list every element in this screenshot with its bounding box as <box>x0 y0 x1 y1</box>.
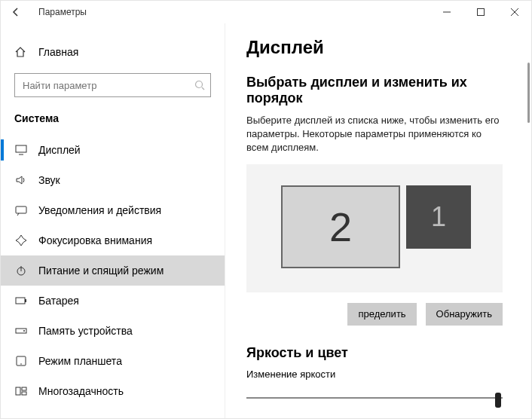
monitor-2[interactable]: 2 <box>281 185 400 268</box>
focus-icon <box>14 234 28 247</box>
brightness-label: Изменение яркости <box>246 369 510 380</box>
content-area: Дисплей Выбрать дисплеи и изменить их по… <box>225 23 531 418</box>
display-icon <box>14 143 28 157</box>
tablet-icon <box>14 354 28 368</box>
svg-rect-6 <box>16 206 26 213</box>
sidebar-item-display[interactable]: Дисплей <box>1 135 225 165</box>
section-title: Система <box>1 108 225 135</box>
svg-rect-17 <box>22 392 26 395</box>
sidebar-item-label: Многозадачность <box>38 385 124 397</box>
identify-button[interactable]: пределить <box>347 303 416 326</box>
sidebar-item-label: Батарея <box>38 295 79 307</box>
sidebar-item-storage[interactable]: Память устройства <box>1 316 225 346</box>
back-button[interactable] <box>7 3 25 21</box>
search-input[interactable] <box>14 73 211 97</box>
section-heading-brightness: Яркость и цвет <box>246 345 510 361</box>
svg-line-3 <box>202 87 204 90</box>
scrollbar[interactable] <box>527 63 530 123</box>
sound-icon <box>14 173 28 187</box>
display-arrangement[interactable]: 2 1 <box>246 164 503 292</box>
maximize-button[interactable] <box>463 1 497 23</box>
sidebar-item-power[interactable]: Питание и спящий режим <box>1 255 225 286</box>
monitor-1[interactable]: 1 <box>406 185 471 249</box>
sidebar-item-label: Память устройства <box>38 325 133 337</box>
section-desc-arrange: Выберите дисплей из списка ниже, чтобы и… <box>246 114 503 155</box>
sidebar-item-battery[interactable]: Батарея <box>1 286 225 316</box>
nav-list: Дисплей Звук Уведомления и действия <box>1 135 225 406</box>
detect-button[interactable]: Обнаружить <box>426 303 503 326</box>
home-link[interactable]: Главная <box>1 38 225 66</box>
svg-rect-9 <box>16 298 25 304</box>
svg-rect-10 <box>25 299 26 302</box>
sidebar-item-notifications[interactable]: Уведомления и действия <box>1 195 225 225</box>
sidebar-item-label: Дисплей <box>38 144 81 156</box>
sidebar-item-label: Звук <box>38 174 60 186</box>
sidebar-item-focus[interactable]: Фокусировка внимания <box>1 225 225 255</box>
svg-rect-1 <box>477 9 484 16</box>
sidebar: Главная Система Дисплей <box>1 23 225 418</box>
svg-point-14 <box>20 363 22 365</box>
svg-rect-15 <box>16 387 20 395</box>
brightness-slider[interactable] <box>246 390 503 405</box>
home-label: Главная <box>38 46 78 58</box>
search-icon <box>194 80 205 90</box>
sidebar-item-multitask[interactable]: Многозадачность <box>1 376 225 406</box>
notify-icon <box>14 203 28 217</box>
section-heading-arrange: Выбрать дисплеи и изменить их порядок <box>246 75 510 106</box>
slider-track <box>246 397 503 399</box>
sidebar-item-label: Фокусировка внимания <box>38 234 152 246</box>
multi-icon <box>14 384 28 398</box>
sidebar-item-tablet[interactable]: Режим планшета <box>1 346 225 376</box>
svg-point-12 <box>23 330 25 332</box>
svg-rect-4 <box>16 145 26 152</box>
sidebar-item-label: Уведомления и действия <box>38 204 161 216</box>
page-title: Дисплей <box>246 37 510 58</box>
titlebar: Параметры <box>1 1 531 23</box>
power-icon <box>14 264 28 277</box>
battery-icon <box>14 294 28 307</box>
slider-thumb[interactable] <box>495 393 501 408</box>
sidebar-item-label: Режим планшета <box>38 355 122 367</box>
app-title: Параметры <box>38 7 87 17</box>
close-button[interactable] <box>497 1 531 23</box>
storage-icon <box>14 324 28 338</box>
sidebar-item-label: Питание и спящий режим <box>38 265 164 277</box>
svg-point-2 <box>196 81 203 88</box>
svg-rect-16 <box>22 387 26 390</box>
sidebar-item-sound[interactable]: Звук <box>1 165 225 195</box>
home-icon <box>14 46 28 58</box>
minimize-button[interactable] <box>430 1 463 23</box>
